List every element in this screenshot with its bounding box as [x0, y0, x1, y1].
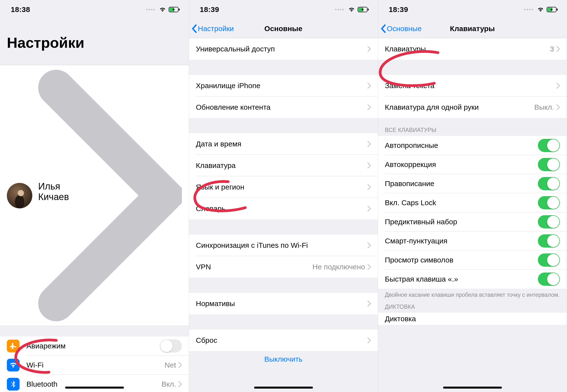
chevron-right-icon — [367, 184, 371, 190]
status-time: 18:39 — [200, 5, 219, 14]
avatar — [7, 183, 32, 208]
back-label: Основные — [387, 25, 422, 33]
airplane-icon — [7, 340, 20, 352]
navbar: Настройки Основные — [189, 19, 378, 38]
datetime-row[interactable]: Дата и время — [189, 133, 378, 155]
svg-rect-10 — [557, 9, 558, 11]
toggle-spellcheck[interactable]: Правописание — [378, 174, 567, 193]
toggle[interactable] — [538, 215, 560, 228]
section-all-keyboards: ВСЕ КЛАВИАТУРЫ — [378, 118, 567, 136]
wifi-icon — [537, 7, 544, 12]
chevron-right-icon — [179, 362, 182, 368]
airplane-label: Авиарежим — [27, 342, 160, 350]
home-indicator[interactable] — [443, 387, 502, 389]
storage-row[interactable]: Хранилище iPhone — [189, 75, 378, 97]
toggle-dictation[interactable]: Диктовка — [378, 313, 567, 325]
svg-rect-7 — [368, 9, 369, 11]
statusbar: 18:38 — [0, 0, 189, 19]
bluetooth-value: Вкл. — [162, 380, 176, 388]
home-indicator[interactable] — [65, 387, 124, 389]
accessibility-row[interactable]: Универсальный доступ — [189, 38, 378, 60]
keyboards-list-row[interactable]: Клавиатуры 3 — [378, 38, 567, 60]
wifi-icon — [159, 7, 166, 12]
bluetooth-row[interactable]: Bluetooth Вкл. — [0, 375, 189, 392]
wifi-row[interactable]: Wi-Fi Net — [0, 355, 189, 375]
chevron-right-icon — [367, 141, 371, 147]
wifi-icon — [348, 7, 355, 12]
settings-root-screen: 18:38 Настройки Илья Кичаев Apple ID, iC… — [0, 0, 189, 392]
home-indicator[interactable] — [254, 387, 313, 389]
battery-icon — [547, 7, 558, 12]
toggle-smartpunct[interactable]: Смарт-пунктуация — [378, 231, 567, 251]
toggle[interactable] — [538, 139, 560, 152]
vpn-row[interactable]: VPN Не подключено — [189, 256, 378, 278]
toggle-charpreview[interactable]: Просмотр символов — [378, 251, 567, 270]
language-row[interactable]: Язык и регион — [189, 176, 378, 198]
svg-rect-2 — [179, 9, 180, 11]
airplane-toggle[interactable] — [160, 339, 182, 353]
toggle[interactable] — [538, 177, 560, 190]
chevron-right-icon — [367, 46, 371, 52]
bluetooth-icon — [7, 378, 20, 391]
toggle-capslock[interactable]: Вкл. Caps Lock — [378, 193, 567, 212]
text-replacement-row[interactable]: Замена текста — [378, 75, 567, 97]
toggle-period-shortcut[interactable]: Быстрая клавиша «.» — [378, 270, 567, 289]
apple-id-row[interactable]: Илья Кичаев Apple ID, iCloud, iTunes Sto… — [0, 65, 189, 326]
airplane-mode-row[interactable]: Авиарежим — [0, 336, 189, 355]
one-handed-row[interactable]: Клавиатура для одной руки Выкл. — [378, 97, 567, 118]
keyboards-screen: 18:39 Основные Клавиатуры Клавиатуры 3 З… — [378, 0, 567, 392]
wifi-value: Net — [165, 361, 176, 369]
back-button[interactable]: Основные — [378, 24, 422, 33]
toggle-predictive[interactable]: Предиктивный набор — [378, 212, 567, 231]
toggle[interactable] — [538, 196, 560, 209]
chevron-right-icon — [367, 264, 371, 270]
chevron-right-icon — [367, 301, 371, 307]
statusbar: 18:39 — [189, 0, 378, 19]
chevron-right-icon — [367, 337, 371, 343]
chevron-right-icon — [367, 83, 371, 89]
toggle-autocap[interactable]: Автопрописные — [378, 136, 567, 155]
toggle[interactable] — [538, 234, 560, 248]
chevron-right-icon — [179, 381, 182, 387]
chevron-right-icon — [367, 104, 371, 110]
shutdown-button[interactable]: Выключить — [189, 351, 378, 363]
chevron-right-icon — [556, 46, 560, 52]
dictionary-row[interactable]: Словарь — [189, 198, 378, 219]
chevron-left-icon — [192, 24, 197, 33]
navbar: Основные Клавиатуры — [378, 19, 567, 38]
section-dictation: ДИКТОВКА — [378, 301, 567, 313]
chevron-right-icon — [367, 163, 371, 168]
statusbar: 18:39 — [378, 0, 567, 19]
reset-row[interactable]: Сброс — [189, 330, 378, 351]
battery-icon — [358, 7, 369, 12]
bg-refresh-row[interactable]: Обновление контента — [189, 97, 378, 118]
toggle[interactable] — [538, 158, 560, 171]
status-time: 18:39 — [389, 5, 408, 14]
chevron-right-icon — [556, 83, 560, 89]
status-time: 18:38 — [11, 5, 30, 14]
chevron-left-icon — [380, 24, 386, 33]
wifi-label: Wi-Fi — [27, 361, 165, 369]
itunes-wifi-sync-row[interactable]: Синхронизация с iTunes по Wi-Fi — [189, 235, 378, 256]
back-label: Настройки — [198, 25, 234, 33]
cellular-dots-icon — [146, 9, 155, 10]
chevron-right-icon — [367, 242, 371, 248]
toggle-autocorrect[interactable]: Автокоррекция — [378, 155, 567, 174]
cellular-dots-icon — [524, 9, 533, 10]
section-footer: Двойное касание клавиши пробела вставляе… — [378, 289, 567, 301]
cellular-dots-icon — [335, 9, 344, 10]
wifi-icon — [7, 359, 20, 371]
back-button[interactable]: Настройки — [189, 24, 234, 33]
toggle[interactable] — [538, 273, 560, 286]
general-screen: 18:39 Настройки Основные Универсальный д… — [189, 0, 378, 392]
chevron-right-icon — [367, 206, 371, 211]
regulatory-row[interactable]: Нормативы — [189, 293, 378, 314]
chevron-right-icon — [556, 104, 560, 110]
battery-icon — [169, 7, 180, 12]
keyboard-row[interactable]: Клавиатура — [189, 155, 378, 176]
page-title: Настройки — [0, 19, 189, 55]
toggle[interactable] — [538, 253, 560, 267]
chevron-right-icon — [38, 70, 182, 321]
